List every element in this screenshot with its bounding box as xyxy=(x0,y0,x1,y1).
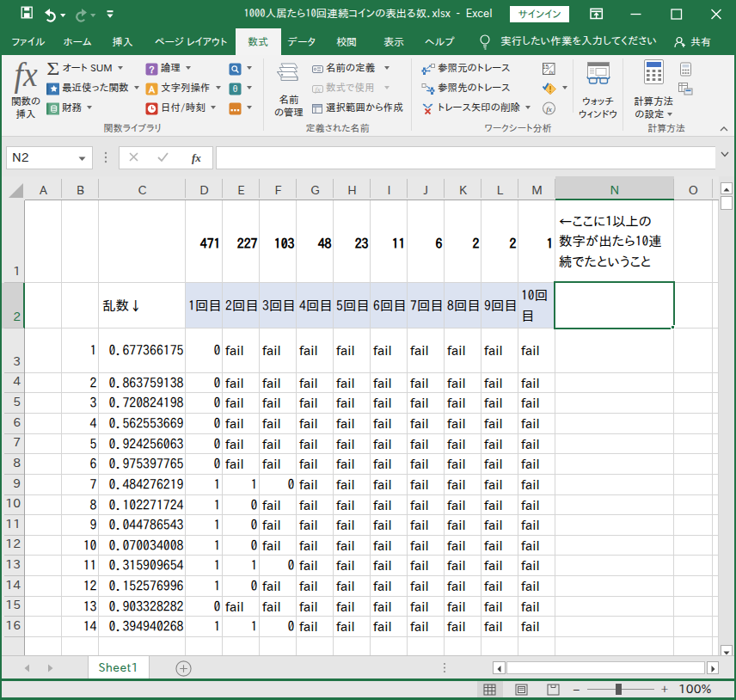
svg-text:θ: θ xyxy=(233,84,238,93)
svg-text:fx: fx xyxy=(549,69,554,76)
svg-text:15: 15 xyxy=(543,64,549,70)
svg-text:fx: fx xyxy=(546,105,552,114)
svg-text:?: ? xyxy=(149,64,154,73)
svg-text:fx: fx xyxy=(192,151,201,164)
svg-text:fx: fx xyxy=(315,85,321,94)
svg-text:A: A xyxy=(148,83,156,93)
